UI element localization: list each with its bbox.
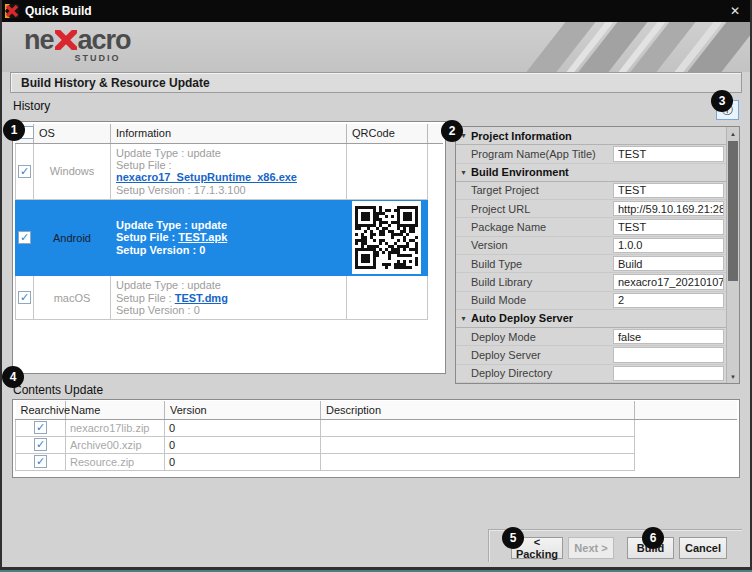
category-collapse-icon[interactable]: ▾ xyxy=(456,314,471,323)
annotation-badge-1: 1 xyxy=(3,119,25,141)
history-row-checkbox[interactable]: ✓ xyxy=(18,231,31,244)
property-value-field[interactable]: false xyxy=(613,329,724,344)
property-value-field[interactable]: http://59.10.169.21:28080/appbuil xyxy=(613,201,724,216)
property-label: Deploy Mode xyxy=(471,328,611,345)
window-title: Quick Build xyxy=(25,4,92,18)
property-gutter xyxy=(456,237,471,254)
close-icon[interactable]: ✕ xyxy=(727,3,743,19)
setup-file-link[interactable]: TEST.dmg xyxy=(175,292,228,304)
property-label: Build Mode xyxy=(471,292,611,309)
scroll-up-icon[interactable]: ▲ xyxy=(727,127,739,140)
history-filler-cell xyxy=(428,200,444,276)
property-value-field[interactable] xyxy=(613,366,724,381)
property-label: Target Project xyxy=(471,182,611,199)
contents-name-cell: nexacro17lib.zip xyxy=(66,419,165,436)
update-type-text: Update Type : update xyxy=(116,219,341,231)
contents-row-nexacro17lib-zip[interactable]: ✓nexacro17lib.zip0 xyxy=(16,419,738,436)
history-row-checkbox[interactable]: ✓ xyxy=(18,291,31,304)
category-label: Build Environment xyxy=(471,166,569,178)
property-row-build-library: Build Librarynexacro17_20210107 xyxy=(456,273,726,291)
history-col-qrcode: QRCode xyxy=(347,124,428,143)
contents-update-grid: Rearchive Name Version Description ✓nexa… xyxy=(12,399,740,478)
property-gutter xyxy=(456,292,471,309)
property-value-field[interactable]: TEST xyxy=(613,146,724,161)
setup-file-line: Setup File : TEST.apk xyxy=(116,231,341,243)
titlebar: Quick Build ✕ xyxy=(0,0,752,22)
scrollbar-thumb[interactable] xyxy=(728,141,738,281)
history-table-body: ✓WindowsUpdate Type : updateSetup File :… xyxy=(16,143,444,320)
property-value-field[interactable]: nexacro17_20210107 xyxy=(613,274,724,289)
history-information-cell: Update Type : updateSetup File : nexacro… xyxy=(111,143,347,200)
contents-row-resource-zip[interactable]: ✓Resource.zip0 xyxy=(16,453,738,470)
logo-tagline: STUDIO xyxy=(75,53,121,63)
property-value-field[interactable] xyxy=(613,347,724,362)
contents-update-label: Contents Update xyxy=(13,383,103,397)
contents-filler-cell xyxy=(635,453,738,470)
category-collapse-icon[interactable]: ▾ xyxy=(456,168,471,177)
contents-version-cell: 0 xyxy=(165,453,321,470)
property-value-field[interactable]: TEST xyxy=(613,219,724,234)
next-button[interactable]: Next > xyxy=(568,537,614,559)
setup-file-line: Setup File : nexacro17_SetupRuntime_x86.… xyxy=(116,159,341,184)
prop-scrollbar[interactable]: ▲ ▼ xyxy=(726,127,739,383)
property-gutter xyxy=(456,200,471,217)
property-gutter xyxy=(456,346,471,363)
property-value-field[interactable]: Build xyxy=(613,256,724,271)
contents-filler-cell xyxy=(635,436,738,453)
history-row-checkbox[interactable]: ✓ xyxy=(18,165,31,178)
property-value-field[interactable]: TEST xyxy=(613,183,724,198)
history-information-cell: Update Type : updateSetup File : TEST.dm… xyxy=(111,276,347,320)
banner: ne acro STUDIO xyxy=(2,22,750,72)
property-row-build-type: Build TypeBuild xyxy=(456,255,726,273)
project-property-panel: ▾Project InformationProgram Name(App Tit… xyxy=(455,126,740,384)
contents-table-body: ✓nexacro17lib.zip0✓Archive00.xzip0✓Resou… xyxy=(16,419,738,470)
property-label: Version xyxy=(471,237,611,254)
property-row-deploy-mode: Deploy Modefalse xyxy=(456,328,726,346)
history-row-android[interactable]: ✓AndroidUpdate Type : updateSetup File :… xyxy=(16,200,444,276)
contents-col-filler xyxy=(635,401,738,419)
history-os-cell: Android xyxy=(34,200,111,276)
rearchive-checkbox[interactable]: ✓ xyxy=(34,421,47,434)
property-label: Build Type xyxy=(471,255,611,272)
property-category-project-information: ▾Project Information xyxy=(456,127,726,145)
property-label: Package Name xyxy=(471,218,611,235)
rearchive-checkbox[interactable]: ✓ xyxy=(34,438,47,451)
nexacro-logo: ne acro STUDIO xyxy=(24,27,131,63)
history-qrcode-cell xyxy=(347,276,428,320)
history-os-cell: Windows xyxy=(34,143,111,200)
property-label: Deploy Server xyxy=(471,346,611,363)
contents-row-archive00-xzip[interactable]: ✓Archive00.xzip0 xyxy=(16,436,738,453)
rearchive-cell: ✓ xyxy=(16,419,66,436)
setup-version-text: Setup Version : 0 xyxy=(116,304,341,316)
category-label: Auto Deploy Server xyxy=(471,312,573,324)
cancel-button[interactable]: Cancel xyxy=(679,537,727,559)
history-row-windows[interactable]: ✓WindowsUpdate Type : updateSetup File :… xyxy=(16,143,444,200)
window-border-left xyxy=(0,0,2,572)
history-col-information: Information xyxy=(111,124,347,143)
property-category-auto-deploy-server: ▾Auto Deploy Server xyxy=(456,310,726,328)
category-label: Project Information xyxy=(471,130,572,142)
setup-file-link[interactable]: TEST.apk xyxy=(178,231,227,243)
property-gutter xyxy=(456,255,471,272)
scroll-down-icon[interactable]: ▼ xyxy=(727,370,739,383)
property-value-field[interactable]: 1.0.0 xyxy=(613,238,724,253)
logo-x-icon xyxy=(55,30,77,50)
history-checkbox-cell: ✓ xyxy=(16,143,34,200)
logo-text-prefix: ne xyxy=(24,27,54,53)
setup-file-link[interactable]: nexacro17_SetupRuntime_x86.exe xyxy=(116,171,297,183)
history-checkbox-cell: ✓ xyxy=(16,200,34,276)
property-gutter xyxy=(456,145,471,162)
property-row-deploy-directory: Deploy Directory xyxy=(456,365,726,383)
contents-col-rearchive: Rearchive xyxy=(16,401,66,419)
contents-description-cell xyxy=(321,419,635,436)
property-gutter xyxy=(456,365,471,382)
property-value-field[interactable]: 2 xyxy=(613,293,724,308)
property-category-build-environment: ▾Build Environment xyxy=(456,164,726,182)
rearchive-checkbox[interactable]: ✓ xyxy=(34,455,47,468)
contents-col-version: Version xyxy=(165,401,321,419)
contents-name-cell: Resource.zip xyxy=(66,453,165,470)
history-row-macos[interactable]: ✓macOSUpdate Type : updateSetup File : T… xyxy=(16,276,444,320)
contents-header-row: Rearchive Name Version Description xyxy=(16,401,738,419)
contents-name-cell: Archive00.xzip xyxy=(66,436,165,453)
history-grid: OS Information QRCode ✓WindowsUpdate Typ… xyxy=(12,121,446,374)
